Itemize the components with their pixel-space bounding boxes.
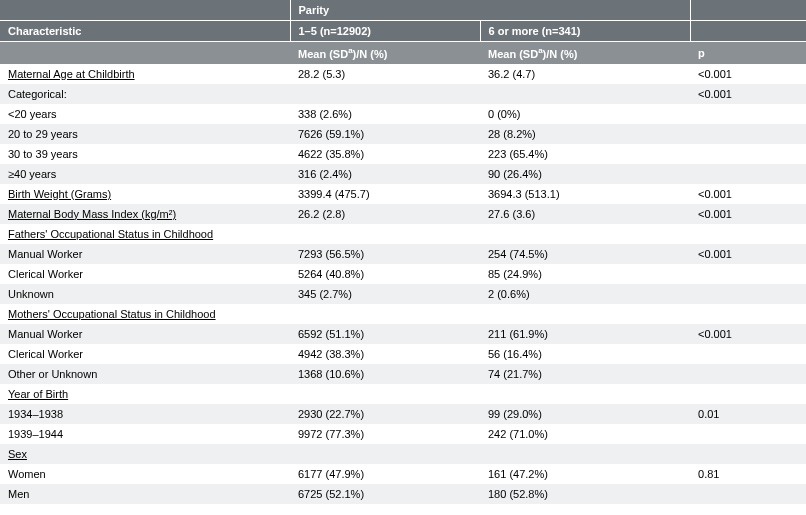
table-row: Women6177 (47.9%)161 (47.2%)0.81 [0, 464, 806, 484]
row-p [690, 124, 806, 144]
row-value: 254 (74.5%) [480, 244, 690, 264]
table-row: <20 years338 (2.6%)0 (0%) [0, 104, 806, 124]
table-row: Other or Unknown1368 (10.6%)74 (21.7%) [0, 364, 806, 384]
row-label: 30 to 39 years [0, 144, 290, 164]
row-value: 27.6 (3.6) [480, 204, 690, 224]
header-row-stats: Mean (SDa)/N (%) Mean (SDa)/N (%) p [0, 42, 806, 64]
row-label: Unknown [0, 284, 290, 304]
row-p: <0.001 [690, 244, 806, 264]
row-label: Categorical: [0, 84, 290, 104]
row-value: 2 (0.6%) [480, 284, 690, 304]
row-value: 2930 (22.7%) [290, 404, 480, 424]
row-p [690, 384, 806, 404]
table-row: Manual Worker7293 (56.5%)254 (74.5%)<0.0… [0, 244, 806, 264]
table-row: Clerical Worker5264 (40.8%)85 (24.9%) [0, 264, 806, 284]
row-label: Men [0, 484, 290, 504]
table-row: Year of Birth [0, 384, 806, 404]
table-row: ≥40 years316 (2.4%)90 (26.4%) [0, 164, 806, 184]
row-value: 28.2 (5.3) [290, 64, 480, 84]
row-label: ≥40 years [0, 164, 290, 184]
table-row: Mothers' Occupational Status in Childhoo… [0, 304, 806, 324]
row-value: 3694.3 (513.1) [480, 184, 690, 204]
table-row: Clerical Worker4942 (38.3%)56 (16.4%) [0, 344, 806, 364]
p-header: p [690, 42, 806, 64]
row-label: Mothers' Occupational Status in Childhoo… [0, 304, 290, 324]
row-label: Clerical Worker [0, 264, 290, 284]
row-p [690, 304, 806, 324]
row-p [690, 104, 806, 124]
table-row: 20 to 29 years7626 (59.1%)28 (8.2%) [0, 124, 806, 144]
table-row: Manual Worker6592 (51.1%)211 (61.9%)<0.0… [0, 324, 806, 344]
table-row: Categorical:<0.001 [0, 84, 806, 104]
row-p: <0.001 [690, 204, 806, 224]
row-value: 1368 (10.6%) [290, 364, 480, 384]
row-label: Other or Unknown [0, 364, 290, 384]
row-value [290, 304, 480, 324]
row-label: Sex [0, 444, 290, 464]
row-label: Clerical Worker [0, 344, 290, 364]
characteristic-header: Characteristic [0, 21, 290, 42]
row-label: Birth Weight (Grams) [0, 184, 290, 204]
row-label: 20 to 29 years [0, 124, 290, 144]
table-row: Fathers' Occupational Status in Childhoo… [0, 224, 806, 244]
row-value [290, 224, 480, 244]
row-value: 90 (26.4%) [480, 164, 690, 184]
row-value: 74 (21.7%) [480, 364, 690, 384]
stat-label-1: Mean (SDa)/N (%) [290, 42, 480, 64]
row-value [480, 304, 690, 324]
row-value: 6725 (52.1%) [290, 484, 480, 504]
stat-label-2: Mean (SDa)/N (%) [480, 42, 690, 64]
row-p [690, 484, 806, 504]
header-row-groups: Characteristic 1–5 (n=12902) 6 or more (… [0, 21, 806, 42]
row-value: 6177 (47.9%) [290, 464, 480, 484]
table-row: Maternal Age at Childbirth28.2 (5.3)36.2… [0, 64, 806, 84]
row-label: <20 years [0, 104, 290, 124]
row-label: Year of Birth [0, 384, 290, 404]
row-value: 99 (29.0%) [480, 404, 690, 424]
row-value [480, 384, 690, 404]
row-value [480, 444, 690, 464]
row-value [480, 224, 690, 244]
table-row: Birth Weight (Grams)3399.4 (475.7)3694.3… [0, 184, 806, 204]
row-p [690, 264, 806, 284]
row-value: 180 (52.8%) [480, 484, 690, 504]
table-row: 1939–19449972 (77.3%)242 (71.0%) [0, 424, 806, 444]
group1-header: 1–5 (n=12902) [290, 21, 480, 42]
row-p: <0.001 [690, 64, 806, 84]
table-row: Men6725 (52.1%)180 (52.8%) [0, 484, 806, 504]
row-p [690, 344, 806, 364]
row-value: 9972 (77.3%) [290, 424, 480, 444]
row-value: 28 (8.2%) [480, 124, 690, 144]
characteristics-table: Parity Characteristic 1–5 (n=12902) 6 or… [0, 0, 806, 504]
table-row: 1934–19382930 (22.7%)99 (29.0%)0.01 [0, 404, 806, 424]
row-value: 7293 (56.5%) [290, 244, 480, 264]
row-value: 4942 (38.3%) [290, 344, 480, 364]
row-value: 316 (2.4%) [290, 164, 480, 184]
row-p: <0.001 [690, 84, 806, 104]
row-p: <0.001 [690, 324, 806, 344]
row-value: 338 (2.6%) [290, 104, 480, 124]
row-value: 223 (65.4%) [480, 144, 690, 164]
row-value: 345 (2.7%) [290, 284, 480, 304]
table-row: 30 to 39 years4622 (35.8%)223 (65.4%) [0, 144, 806, 164]
row-label: 1939–1944 [0, 424, 290, 444]
row-value [290, 444, 480, 464]
row-value: 26.2 (2.8) [290, 204, 480, 224]
row-value: 6592 (51.1%) [290, 324, 480, 344]
row-label: Maternal Body Mass Index (kg/m²) [0, 204, 290, 224]
row-p [690, 164, 806, 184]
row-label: Women [0, 464, 290, 484]
table-row: Maternal Body Mass Index (kg/m²)26.2 (2.… [0, 204, 806, 224]
row-value: 0 (0%) [480, 104, 690, 124]
row-value: 161 (47.2%) [480, 464, 690, 484]
row-value: 36.2 (4.7) [480, 64, 690, 84]
row-value: 56 (16.4%) [480, 344, 690, 364]
row-value: 5264 (40.8%) [290, 264, 480, 284]
table-row: Sex [0, 444, 806, 464]
header-row-parity: Parity [0, 0, 806, 21]
row-value: 7626 (59.1%) [290, 124, 480, 144]
row-label: Fathers' Occupational Status in Childhoo… [0, 224, 290, 244]
row-label: 1934–1938 [0, 404, 290, 424]
row-value: 3399.4 (475.7) [290, 184, 480, 204]
row-label: Manual Worker [0, 244, 290, 264]
